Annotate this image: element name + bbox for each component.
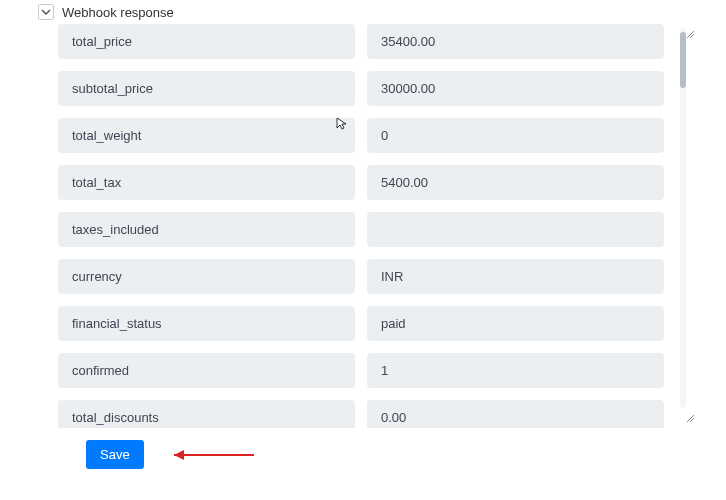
value-input-total-tax[interactable] bbox=[367, 165, 664, 200]
value-input-total-price[interactable] bbox=[367, 24, 664, 59]
value-input-confirmed[interactable] bbox=[367, 353, 664, 388]
table-row bbox=[58, 71, 664, 106]
key-input-total-price[interactable] bbox=[58, 24, 355, 59]
section-title: Webhook response bbox=[62, 5, 174, 20]
value-input-subtotal-price[interactable] bbox=[367, 71, 664, 106]
chevron-down-icon bbox=[41, 5, 51, 20]
scrollbar-thumb[interactable] bbox=[680, 32, 686, 88]
arrow-annotation-icon bbox=[164, 447, 254, 463]
value-input-financial-status[interactable] bbox=[367, 306, 664, 341]
table-row bbox=[58, 306, 664, 341]
save-button[interactable]: Save bbox=[86, 440, 144, 469]
value-input-total-weight[interactable] bbox=[367, 118, 664, 153]
response-list bbox=[30, 24, 696, 428]
resize-handle-icon bbox=[686, 408, 694, 416]
rows-container bbox=[58, 24, 696, 428]
table-row bbox=[58, 24, 664, 59]
table-row bbox=[58, 259, 664, 294]
webhook-response-panel: Webhook response bbox=[30, 0, 696, 469]
key-input-total-weight[interactable] bbox=[58, 118, 355, 153]
key-input-total-discounts[interactable] bbox=[58, 400, 355, 428]
value-input-taxes-included[interactable] bbox=[367, 212, 664, 247]
key-input-taxes-included[interactable] bbox=[58, 212, 355, 247]
table-row bbox=[58, 118, 664, 153]
key-input-confirmed[interactable] bbox=[58, 353, 355, 388]
key-input-total-tax[interactable] bbox=[58, 165, 355, 200]
table-row bbox=[58, 353, 664, 388]
table-row bbox=[58, 165, 664, 200]
key-input-subtotal-price[interactable] bbox=[58, 71, 355, 106]
key-input-currency[interactable] bbox=[58, 259, 355, 294]
key-input-financial-status[interactable] bbox=[58, 306, 355, 341]
value-input-total-discounts[interactable] bbox=[367, 400, 664, 428]
section-header: Webhook response bbox=[30, 0, 696, 24]
table-row bbox=[58, 400, 664, 428]
resize-handle-icon bbox=[686, 24, 694, 32]
table-row bbox=[58, 212, 664, 247]
footer: Save bbox=[30, 428, 696, 469]
expand-toggle[interactable] bbox=[38, 4, 54, 20]
value-input-currency[interactable] bbox=[367, 259, 664, 294]
